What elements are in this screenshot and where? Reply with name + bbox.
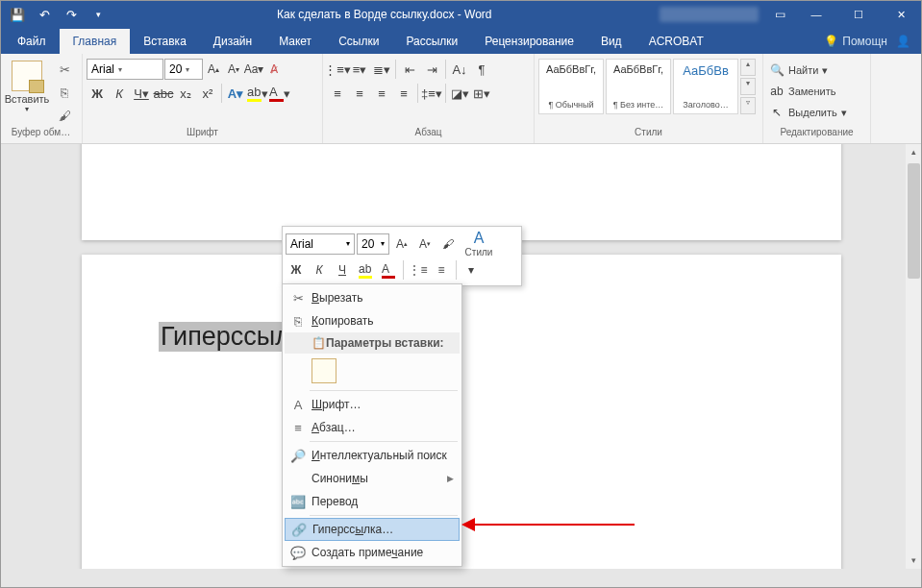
subscript-button[interactable]: x₂ bbox=[175, 83, 196, 104]
mini-shrink-font[interactable]: A▾ bbox=[414, 233, 436, 255]
font-color-button[interactable]: A▾ bbox=[269, 83, 290, 104]
replace-button[interactable]: abЗаменить bbox=[767, 82, 849, 101]
align-right-button[interactable]: ≡ bbox=[371, 83, 392, 104]
find-button[interactable]: 🔍Найти ▾ bbox=[767, 61, 849, 80]
clear-formatting-button[interactable]: A̷ bbox=[264, 59, 284, 80]
mini-toolbar: Arial▾ 20▾ A▴ A▾ 🖌 AСтили Ж К Ч ab A ⋮≡ … bbox=[282, 226, 522, 286]
mini-grow-font[interactable]: A▴ bbox=[391, 233, 412, 255]
mini-numbering[interactable]: ≡ bbox=[431, 259, 452, 281]
shading-button[interactable]: ◪▾ bbox=[449, 83, 470, 104]
align-left-button[interactable]: ≡ bbox=[327, 83, 348, 104]
minimize-button[interactable]: — bbox=[795, 0, 837, 29]
highlight-button[interactable]: ab▾ bbox=[247, 83, 268, 104]
ctx-smart-lookup[interactable]: 🔎Интеллектуальный поиск bbox=[285, 444, 460, 467]
tell-me-search[interactable]: 💡 Помощн bbox=[824, 35, 887, 48]
mini-font-size[interactable]: 20▾ bbox=[357, 233, 389, 255]
font-size-combo[interactable]: 20▾ bbox=[164, 59, 203, 80]
group-font: Arial▾ 20▾ A▴ A▾ Aa▾ A̷ Ж К Ч▾ abc x₂ x²… bbox=[83, 54, 323, 143]
cut-button[interactable]: ✂ bbox=[54, 59, 75, 80]
mini-font-color[interactable]: A bbox=[378, 259, 399, 281]
sort-button[interactable]: A↓ bbox=[449, 59, 470, 80]
share-icon[interactable]: 👤 bbox=[893, 33, 912, 50]
group-editing-label: Редактирование bbox=[767, 127, 866, 143]
bullets-button[interactable]: ⋮≡▾ bbox=[327, 59, 348, 80]
ctx-cut[interactable]: ✂Вырезать bbox=[285, 286, 460, 309]
tab-mailings[interactable]: Рассылки bbox=[392, 29, 471, 54]
qat-customize-button[interactable]: ▾ bbox=[87, 3, 110, 26]
close-button[interactable]: ✕ bbox=[880, 0, 922, 29]
tab-references[interactable]: Ссылки bbox=[325, 29, 392, 54]
vertical-scrollbar[interactable]: ▴ ▾ bbox=[906, 144, 922, 569]
grow-font-button[interactable]: A▴ bbox=[204, 59, 223, 80]
paragraph-icon: ≡ bbox=[289, 421, 307, 435]
increase-indent-button[interactable]: ⇥ bbox=[421, 59, 442, 80]
group-clipboard-label: Буфер обм… bbox=[4, 127, 78, 143]
ribbon-display-options[interactable]: ▭ bbox=[764, 8, 795, 21]
mini-italic[interactable]: К bbox=[309, 259, 330, 281]
mini-font-name[interactable]: Arial▾ bbox=[286, 233, 355, 255]
style-normal[interactable]: АаБбВвГг, ¶ Обычный bbox=[538, 59, 604, 114]
shrink-font-button[interactable]: A▾ bbox=[224, 59, 243, 80]
italic-button[interactable]: К bbox=[109, 83, 130, 104]
tab-file[interactable]: Файл bbox=[4, 29, 60, 54]
ctx-paragraph[interactable]: ≡Абзац… bbox=[285, 416, 460, 439]
ctx-new-comment[interactable]: 💬Создать примечание bbox=[285, 541, 460, 564]
mini-format-painter[interactable]: 🖌 bbox=[437, 233, 459, 255]
clipboard-icon: 📋 bbox=[311, 336, 326, 350]
tab-view[interactable]: Вид bbox=[587, 29, 635, 54]
paste-keep-source-button[interactable] bbox=[311, 358, 336, 383]
undo-button[interactable]: ↶ bbox=[33, 3, 56, 26]
mini-styles-button[interactable]: AСтили bbox=[461, 230, 497, 257]
copy-button[interactable]: ⎘ bbox=[54, 82, 75, 103]
justify-button[interactable]: ≡ bbox=[393, 83, 414, 104]
change-case-button[interactable]: Aa▾ bbox=[244, 59, 263, 80]
bold-button[interactable]: Ж bbox=[87, 83, 108, 104]
decrease-indent-button[interactable]: ⇤ bbox=[399, 59, 420, 80]
styles-gallery-more[interactable]: ▴▾▿ bbox=[740, 59, 756, 114]
select-label: Выделить bbox=[788, 107, 837, 118]
scroll-up-button[interactable]: ▴ bbox=[906, 144, 922, 160]
tab-acrobat[interactable]: ACROBAT bbox=[635, 29, 717, 54]
mini-highlight[interactable]: ab bbox=[355, 259, 376, 281]
maximize-button[interactable]: ☐ bbox=[837, 0, 880, 29]
line-spacing-button[interactable]: ‡≡▾ bbox=[421, 83, 442, 104]
translate-icon: 🔤 bbox=[289, 495, 307, 509]
ctx-copy[interactable]: ⎘Копировать bbox=[285, 309, 460, 332]
paste-button[interactable]: Вставить ▾ bbox=[4, 59, 50, 115]
save-button[interactable]: 💾 bbox=[6, 3, 29, 26]
underline-button[interactable]: Ч▾ bbox=[131, 83, 152, 104]
numbering-button[interactable]: ≡▾ bbox=[349, 59, 370, 80]
select-button[interactable]: ↖Выделить ▾ bbox=[767, 103, 849, 122]
ctx-synonyms[interactable]: Синонимы▶ bbox=[285, 467, 460, 490]
mini-styles-more[interactable]: ▾ bbox=[461, 259, 482, 281]
ctx-hyperlink[interactable]: 🔗Гиперссылка… bbox=[285, 518, 460, 541]
ribbon: Вставить ▾ ✂ ⎘ 🖌 Буфер обм… Arial▾ 20▾ A… bbox=[0, 54, 922, 144]
scroll-down-button[interactable]: ▾ bbox=[906, 552, 922, 569]
mini-bold[interactable]: Ж bbox=[286, 259, 307, 281]
superscript-button[interactable]: x² bbox=[197, 83, 218, 104]
tab-insert[interactable]: Вставка bbox=[130, 29, 200, 54]
tab-review[interactable]: Рецензирование bbox=[471, 29, 587, 54]
borders-button[interactable]: ⊞▾ bbox=[471, 83, 492, 104]
tab-layout[interactable]: Макет bbox=[265, 29, 325, 54]
show-marks-button[interactable]: ¶ bbox=[471, 59, 492, 80]
mini-underline[interactable]: Ч bbox=[332, 259, 353, 281]
tab-design[interactable]: Дизайн bbox=[200, 29, 265, 54]
style-heading1[interactable]: АаБбВв Заголово… bbox=[673, 59, 738, 114]
format-painter-button[interactable]: 🖌 bbox=[54, 105, 75, 126]
quick-access-toolbar: 💾 ↶ ↷ ▾ bbox=[0, 3, 115, 26]
strikethrough-button[interactable]: abc bbox=[153, 83, 174, 104]
ctx-translate[interactable]: 🔤Перевод bbox=[285, 490, 460, 513]
align-center-button[interactable]: ≡ bbox=[349, 83, 370, 104]
redo-button[interactable]: ↷ bbox=[60, 3, 83, 26]
scroll-thumb[interactable] bbox=[908, 163, 920, 279]
ctx-hyperlink-label: Гиперссылка… bbox=[312, 523, 393, 536]
mini-bullets[interactable]: ⋮≡ bbox=[408, 259, 429, 281]
multilevel-button[interactable]: ≣▾ bbox=[371, 59, 392, 80]
comment-icon: 💬 bbox=[289, 546, 307, 560]
style-no-spacing[interactable]: АаБбВвГг, ¶ Без инте… bbox=[606, 59, 671, 114]
text-effects-button[interactable]: A▾ bbox=[225, 83, 246, 104]
tab-home[interactable]: Главная bbox=[60, 29, 131, 54]
font-name-combo[interactable]: Arial▾ bbox=[87, 59, 163, 80]
ctx-font[interactable]: AШрифт… bbox=[285, 393, 460, 416]
